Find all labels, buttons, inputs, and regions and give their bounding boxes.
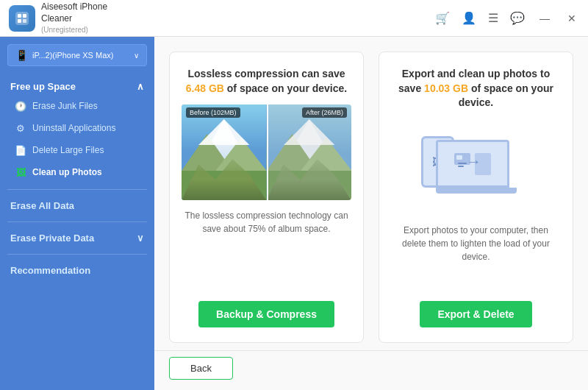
backup-compress-button[interactable]: Backup & Compress xyxy=(198,301,334,327)
export-card-title: Export and clean up photos to save 10.03… xyxy=(391,67,561,110)
svg-rect-20 xyxy=(458,163,467,164)
after-label: After (26MB) xyxy=(302,107,347,118)
svg-rect-4 xyxy=(23,19,26,23)
export-illustration: 🖼 → xyxy=(391,119,561,215)
svg-rect-9 xyxy=(182,171,267,200)
bottom-bar: Back xyxy=(154,350,588,390)
free-up-section: Free up Space ∧ 🕐 Erase Junk Files ⚙ Uni… xyxy=(0,72,154,186)
gear-icon: ⚙ xyxy=(15,122,26,134)
main-layout: 📱 iP...2)(iPhone XS Max) ∨ Free up Space… xyxy=(0,37,588,390)
svg-rect-15 xyxy=(267,171,352,200)
svg-rect-0 xyxy=(15,12,29,25)
svg-rect-2 xyxy=(23,14,26,18)
compress-card-title: Lossless compression can save 6.48 GB of… xyxy=(182,67,351,96)
laptop-base xyxy=(436,188,517,194)
before-image xyxy=(182,104,267,200)
before-after-comparison: Before (102MB) After (26MB) xyxy=(182,104,351,200)
svg-rect-21 xyxy=(458,166,464,167)
collapse-icon: ∧ xyxy=(137,81,144,92)
app-info: Aiseesoft iPhone Cleaner (Unregistered) xyxy=(9,1,107,34)
phone-icon: 📱 xyxy=(15,49,28,61)
device-selector[interactable]: 📱 iP...2)(iPhone XS Max) ∨ xyxy=(7,44,147,66)
clock-icon: 🕐 xyxy=(15,100,26,112)
close-button[interactable]: ✕ xyxy=(564,11,579,26)
comparison-divider xyxy=(267,104,268,200)
sidebar-item-erase-all[interactable]: Erase All Data xyxy=(0,193,154,219)
export-card: Export and clean up photos to save 10.03… xyxy=(379,52,573,343)
sidebar-item-large-files[interactable]: 📄 Delete Large Files xyxy=(0,139,154,161)
svg-rect-1 xyxy=(18,14,21,18)
file-icon: 📄 xyxy=(15,144,26,156)
user-icon[interactable]: 👤 xyxy=(462,11,476,25)
compress-card-desc: The lossless compression technology can … xyxy=(182,209,351,235)
minimize-button[interactable]: — xyxy=(537,11,553,26)
divider-2 xyxy=(7,221,147,222)
svg-rect-3 xyxy=(18,19,21,23)
window-controls: 🛒 👤 ☰ 💬 — ✕ xyxy=(435,11,579,26)
export-delete-button[interactable]: Export & Delete xyxy=(420,301,531,327)
expand-icon: ∨ xyxy=(137,233,144,244)
device-name: iP...2)(iPhone XS Max) xyxy=(32,51,129,60)
export-card-desc: Export photos to your computer, then del… xyxy=(391,224,561,263)
chevron-down-icon: ∨ xyxy=(134,52,139,60)
divider-1 xyxy=(7,189,147,190)
sidebar-item-erase-private[interactable]: Erase Private Data ∨ xyxy=(0,225,154,251)
sidebar: 📱 iP...2)(iPhone XS Max) ∨ Free up Space… xyxy=(0,37,154,390)
compress-card: Lossless compression can save 6.48 GB of… xyxy=(169,52,364,343)
title-bar: Aiseesoft iPhone Cleaner (Unregistered) … xyxy=(0,0,588,37)
arrow-icon: → xyxy=(467,153,481,170)
app-logo-icon xyxy=(9,5,35,32)
photo-icon: 🖼 xyxy=(15,166,26,178)
menu-icon[interactable]: ☰ xyxy=(488,11,498,25)
chat-icon[interactable]: 💬 xyxy=(510,11,525,25)
sidebar-item-uninstall[interactable]: ⚙ Uninstall Applications xyxy=(0,117,154,139)
cart-icon[interactable]: 🛒 xyxy=(435,11,450,25)
content-area: Lossless compression can save 6.48 GB of… xyxy=(154,37,588,390)
free-up-header[interactable]: Free up Space ∧ xyxy=(0,75,154,95)
app-name-text: Aiseesoft iPhone Cleaner (Unregistered) xyxy=(41,1,107,34)
svg-rect-18 xyxy=(456,155,462,160)
divider-3 xyxy=(7,254,147,255)
after-image xyxy=(267,104,352,200)
sidebar-item-erase-junk[interactable]: 🕐 Erase Junk Files xyxy=(0,95,154,117)
cards-container: Lossless compression can save 6.48 GB of… xyxy=(154,37,588,350)
sidebar-item-recommendation[interactable]: Recommendation xyxy=(0,258,154,283)
sidebar-item-clean-photos[interactable]: 🖼 Clean up Photos xyxy=(0,161,154,183)
before-label: Before (102MB) xyxy=(186,107,240,118)
back-button[interactable]: Back xyxy=(169,357,233,380)
